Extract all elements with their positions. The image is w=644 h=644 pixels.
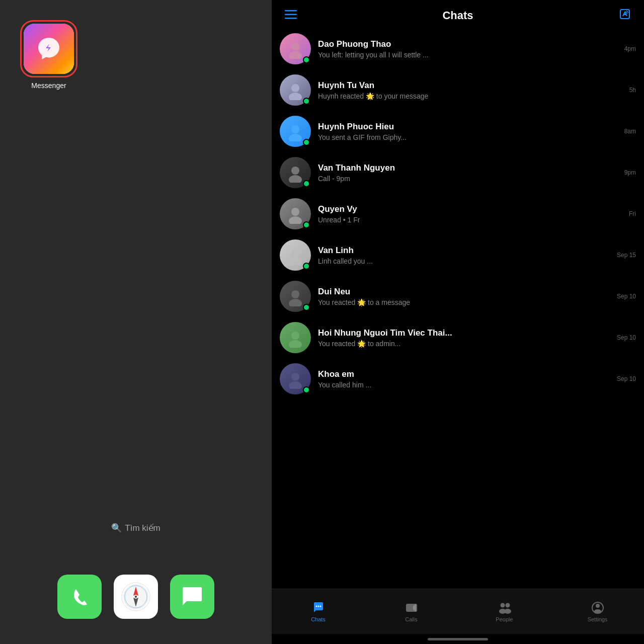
svg-point-15 (289, 134, 302, 141)
app-icon-selection-border (20, 20, 77, 77)
chat-item-6[interactable]: Van Linh Linh called you ... Sep 15 (272, 234, 644, 276)
chat-preview-8: You reacted 🌟 to admin... (318, 340, 610, 348)
compose-button[interactable] (616, 8, 634, 23)
online-indicator-3 (303, 139, 310, 146)
chat-name-8: Hoi Nhung Nguoi Tim Viec Thai... (318, 328, 610, 338)
avatar-wrap-6 (280, 239, 311, 271)
avatar-wrap-5 (280, 198, 311, 229)
nav-chats[interactable]: Chats (272, 597, 365, 626)
messenger-bolt-icon (35, 35, 63, 63)
chat-time-2: 5h (629, 87, 636, 94)
chat-item-9[interactable]: Khoa em You called him ... Sep 10 (272, 358, 644, 399)
chat-info-6: Van Linh Linh called you ... (318, 246, 610, 265)
chat-info-8: Hoi Nhung Nguoi Tim Viec Thai... You rea… (318, 328, 610, 348)
dock-phone-icon[interactable] (57, 575, 102, 619)
nav-chats-icon (312, 601, 325, 614)
chat-name-1: Dao Phuong Thao (318, 39, 617, 49)
chat-item-2[interactable]: Huynh Tu Van Huynh reacted 🌟 to your mes… (272, 69, 644, 111)
dock-safari-icon[interactable] (114, 575, 158, 619)
nav-people[interactable]: People (458, 597, 551, 626)
avatar-placeholder-2 (285, 80, 305, 100)
svg-point-33 (500, 603, 505, 607)
dock-messages-icon[interactable] (170, 575, 214, 619)
svg-point-35 (505, 603, 510, 607)
chat-item-7[interactable]: Dui Neu You reacted 🌟 to a message Sep 1… (272, 276, 644, 317)
messenger-gradient-bg (24, 24, 74, 74)
svg-point-5 (135, 596, 137, 598)
nav-people-label: People (496, 616, 513, 622)
chat-name-3: Huynh Phuoc Hieu (318, 122, 617, 132)
phone-icon (67, 584, 92, 609)
chat-item-3[interactable]: Huynh Phuoc Hieu You sent a GIF from Gip… (272, 111, 644, 152)
svg-point-25 (289, 340, 302, 348)
messages-icon (179, 583, 206, 610)
chat-preview-9: You called him ... (318, 381, 610, 389)
search-bar[interactable]: 🔍 Tìm kiếm (111, 523, 160, 533)
svg-point-24 (291, 332, 299, 340)
svg-point-21 (289, 258, 302, 265)
avatar-placeholder-5 (285, 204, 305, 224)
chat-item-4[interactable]: Van Thanh Nguyen Call - 9pm 9pm (272, 152, 644, 193)
chat-time-4: 9pm (624, 169, 636, 176)
safari-compass-icon (121, 582, 151, 612)
avatar-wrap-9 (280, 363, 311, 394)
svg-point-39 (594, 609, 601, 613)
menu-button[interactable] (282, 9, 300, 22)
chat-name-4: Van Thanh Nguyen (318, 163, 617, 173)
chat-item-5[interactable]: Quyen Vy Unread • 1 Fr Fri (272, 193, 644, 234)
avatar-placeholder-9 (285, 369, 305, 389)
chat-preview-3: You sent a GIF from Giphy... (318, 133, 617, 141)
chat-item-8[interactable]: Hoi Nhung Nguoi Tim Viec Thai... You rea… (272, 317, 644, 358)
messenger-app-icon-wrapper: Messenger (20, 20, 77, 90)
svg-point-14 (291, 125, 299, 133)
svg-point-26 (291, 373, 299, 381)
svg-point-17 (289, 175, 302, 183)
chat-info-7: Dui Neu You reacted 🌟 to a message (318, 287, 610, 306)
nav-settings-icon (591, 601, 604, 614)
avatar-placeholder-1 (285, 39, 305, 59)
avatar-placeholder-4 (285, 163, 305, 183)
svg-rect-8 (285, 18, 297, 19)
chat-info-9: Khoa em You called him ... (318, 369, 610, 389)
svg-point-16 (291, 167, 299, 175)
chat-time-1: 4pm (624, 45, 636, 52)
chat-item-1[interactable]: Dao Phuong Thao You left: letting you al… (272, 28, 644, 69)
messenger-app-icon[interactable] (24, 24, 74, 74)
chat-time-6: Sep 15 (617, 252, 636, 259)
chat-info-4: Van Thanh Nguyen Call - 9pm (318, 163, 617, 183)
home-indicator (272, 634, 644, 644)
svg-point-38 (596, 604, 600, 608)
avatar-wrap-7 (280, 281, 311, 312)
svg-point-13 (289, 93, 302, 100)
svg-point-28 (315, 605, 317, 607)
chat-time-9: Sep 10 (617, 375, 636, 382)
svg-point-36 (504, 609, 511, 614)
search-icon: 🔍 (111, 523, 122, 533)
chat-name-7: Dui Neu (318, 287, 610, 297)
chat-preview-1: You left: letting you all I will settle … (318, 51, 617, 59)
chat-name-6: Van Linh (318, 246, 610, 256)
nav-chats-label: Chats (311, 616, 326, 622)
search-label: Tìm kiếm (125, 523, 160, 533)
avatar-wrap-3 (280, 116, 311, 147)
avatar-placeholder-6 (285, 245, 305, 265)
online-indicator-4 (303, 180, 310, 187)
chat-preview-2: Huynh reacted 🌟 to your message (318, 92, 622, 100)
online-indicator-5 (303, 221, 310, 228)
online-indicator-7 (303, 304, 310, 311)
nav-settings-label: Settings (588, 616, 608, 622)
chat-time-8: Sep 10 (617, 334, 636, 341)
chat-preview-5: Unread • 1 Fr (318, 216, 622, 224)
dock (57, 575, 214, 619)
chat-preview-6: Linh called you ... (318, 257, 610, 265)
svg-rect-6 (285, 10, 297, 12)
nav-calls[interactable]: Calls (365, 597, 458, 626)
svg-point-10 (291, 43, 299, 51)
online-indicator-9 (303, 386, 310, 393)
svg-point-22 (291, 290, 299, 298)
svg-point-18 (291, 208, 299, 216)
nav-settings[interactable]: Settings (551, 597, 644, 626)
chats-title: Chats (300, 9, 616, 22)
svg-point-20 (291, 249, 299, 257)
messenger-header: Chats (272, 0, 644, 28)
